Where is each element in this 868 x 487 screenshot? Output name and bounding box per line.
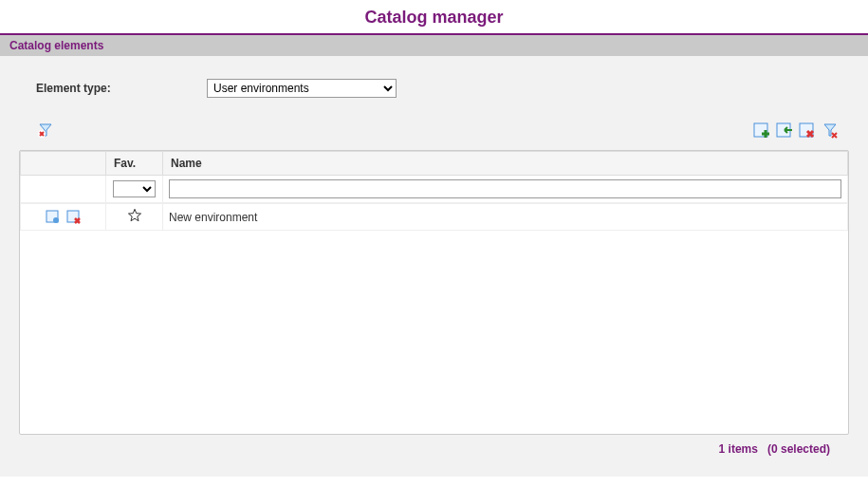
toolbar-left bbox=[36, 122, 55, 140]
status-items: 1 items bbox=[719, 442, 758, 456]
header-fav[interactable]: Fav. bbox=[106, 152, 163, 176]
filter-actions-cell bbox=[21, 176, 106, 203]
edit-icon bbox=[46, 210, 61, 225]
table-row[interactable]: New environment bbox=[21, 204, 848, 231]
element-type-label: Element type: bbox=[36, 82, 207, 95]
add-icon bbox=[752, 122, 771, 140]
filter-fav-cell bbox=[106, 176, 163, 203]
import-icon bbox=[775, 122, 794, 140]
grid-header-row: Fav. Name bbox=[21, 152, 848, 176]
funnel-clear-icon bbox=[37, 122, 54, 140]
row-delete-icon bbox=[66, 210, 82, 225]
apply-filter-button[interactable] bbox=[821, 122, 840, 140]
toolbar bbox=[19, 122, 849, 150]
element-type-select[interactable]: User environments bbox=[207, 79, 397, 98]
header-actions bbox=[21, 152, 106, 176]
section-header: Catalog elements bbox=[0, 35, 868, 56]
delete-button[interactable] bbox=[798, 122, 817, 140]
row-fav-cell[interactable] bbox=[106, 204, 163, 231]
grid-filter-row bbox=[21, 176, 848, 203]
name-filter-input[interactable] bbox=[169, 179, 841, 198]
header-name[interactable]: Name bbox=[163, 152, 848, 176]
row-delete-button[interactable] bbox=[66, 210, 82, 225]
content-area: Element type: User environments bbox=[0, 56, 868, 477]
import-button[interactable] bbox=[775, 122, 794, 140]
filter-name-cell bbox=[163, 176, 848, 203]
toolbar-right bbox=[752, 122, 840, 140]
page-title: Catalog manager bbox=[0, 0, 868, 33]
fav-filter-select[interactable] bbox=[113, 180, 156, 197]
funnel-remove-icon bbox=[821, 122, 840, 140]
status-selected: (0 selected) bbox=[767, 442, 830, 456]
element-type-field: Element type: User environments bbox=[36, 79, 849, 98]
catalog-grid: Fav. Name bbox=[20, 151, 848, 231]
clear-filter-button[interactable] bbox=[36, 122, 55, 140]
grid-wrapper: Fav. Name bbox=[19, 150, 849, 435]
delete-icon bbox=[798, 122, 817, 140]
status-bar: 1 items (0 selected) bbox=[19, 435, 849, 465]
row-actions-cell bbox=[21, 204, 106, 231]
row-edit-button[interactable] bbox=[46, 210, 61, 225]
row-name-cell: New environment bbox=[163, 204, 848, 231]
star-icon bbox=[127, 208, 142, 223]
add-button[interactable] bbox=[752, 122, 771, 140]
svg-point-5 bbox=[53, 217, 59, 223]
